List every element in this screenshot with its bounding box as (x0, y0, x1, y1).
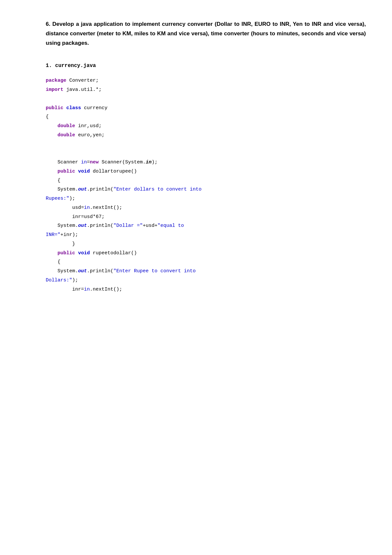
keyword-import: import (46, 87, 63, 92)
question-body: Develop a java application to implement … (46, 21, 366, 46)
question-text: 6. Develop a java application to impleme… (46, 20, 366, 48)
keyword-class: class (66, 105, 81, 111)
code-line-17: System.out.println("Enter Rupee to conve… (46, 267, 366, 285)
code-line-10: System.out.println("Enter dollars to con… (46, 185, 366, 203)
var-in2: in (84, 205, 90, 210)
code-line-15: public void rupeetodollar() (46, 249, 366, 258)
keyword-double2: double (57, 132, 75, 138)
keyword-public3: public (57, 250, 75, 256)
keyword-public1: public (46, 105, 63, 111)
code-line-8: public void dollartorupee() (46, 167, 366, 176)
system-out2: out (78, 223, 87, 228)
system-out3: out (78, 268, 87, 274)
code-line-6: double euro,yen; (46, 131, 366, 140)
string2: "Dollar =" (113, 223, 143, 228)
code-line-3: public class currency (46, 104, 366, 113)
code-line-16: { (46, 258, 366, 267)
code-line-14: } (46, 240, 366, 249)
var-in: in (81, 160, 87, 165)
keyword-new: new (90, 160, 99, 165)
code-line-1: package Converter; (46, 76, 366, 85)
system-in: in (146, 160, 152, 165)
code-line-blank3 (46, 149, 366, 158)
code-block: package Converter; import java.util.*; p… (46, 76, 366, 294)
var-in3: in (84, 287, 90, 292)
system-out1: out (78, 187, 87, 192)
code-line-7: Scanner in=new Scanner(System.in); (46, 158, 366, 167)
file-heading: 1. currency.java (46, 61, 366, 71)
keyword-void2: void (78, 250, 90, 256)
question-number: 6. (46, 21, 50, 27)
code-line-18: inr=in.nextInt(); (46, 285, 366, 294)
file-heading-text: 1. currency.java (46, 63, 96, 69)
keyword-package: package (46, 78, 66, 83)
keyword-public2: public (57, 169, 75, 174)
code-line-2: import java.util.*; (46, 85, 366, 94)
code-line-5: double inr,usd; (46, 122, 366, 131)
code-line-4: { (46, 112, 366, 122)
code-line-12: inr=usd*67; (46, 212, 366, 222)
keyword-void1: void (78, 169, 90, 174)
code-line-blank2 (46, 140, 366, 149)
question-section: 6. Develop a java application to impleme… (26, 20, 366, 48)
keyword-double1: double (57, 123, 75, 129)
code-line-blank1 (46, 94, 366, 104)
code-line-9: { (46, 176, 366, 185)
code-section: 1. currency.java package Converter; impo… (26, 61, 366, 294)
code-line-11: usd=in.nextInt(); (46, 203, 366, 212)
code-line-13: System.out.println("Dollar ="+usd+"equal… (46, 221, 366, 240)
